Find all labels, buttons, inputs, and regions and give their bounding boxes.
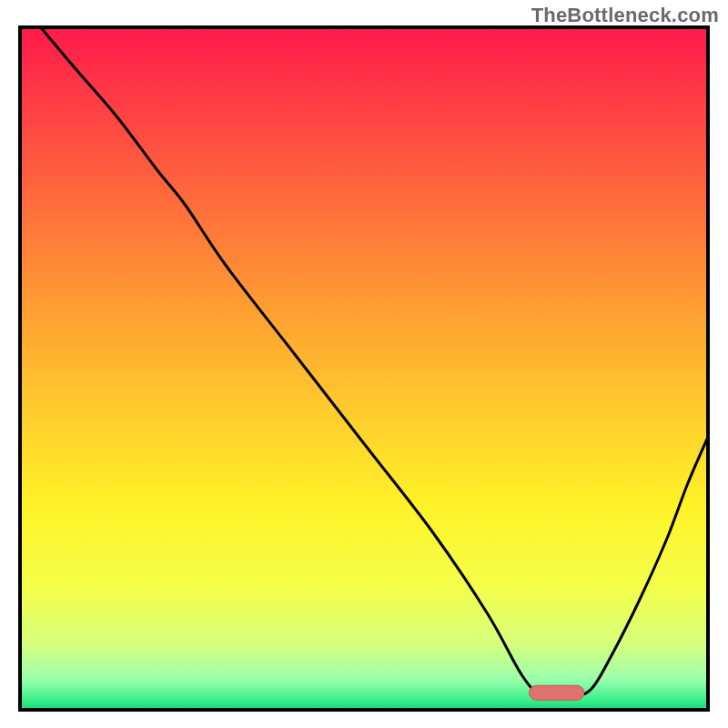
bottleneck-chart	[0, 0, 728, 728]
optimum-marker	[529, 685, 583, 700]
gradient-background	[20, 27, 708, 710]
chart-stage: TheBottleneck.com	[0, 0, 728, 728]
watermark-label: TheBottleneck.com	[531, 4, 719, 27]
